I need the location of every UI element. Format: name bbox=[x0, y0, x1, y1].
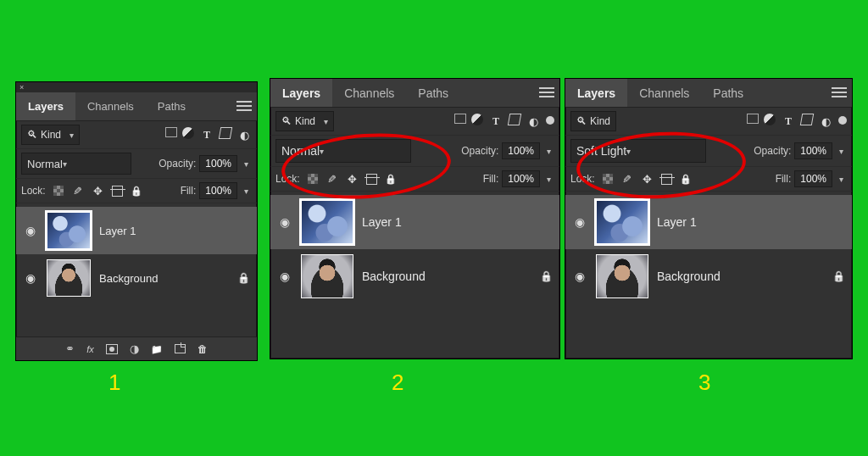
filter-pixel-icon[interactable] bbox=[165, 127, 177, 137]
lock-pixels-icon[interactable] bbox=[620, 172, 634, 186]
lock-pixels-icon[interactable] bbox=[326, 172, 339, 186]
filter-type-icon[interactable] bbox=[488, 114, 504, 129]
lock-all-icon[interactable] bbox=[384, 172, 398, 186]
layer-name[interactable]: Background bbox=[657, 270, 824, 283]
blend-row: Normal Opacity: 100% ▾ bbox=[270, 136, 559, 167]
fill-value[interactable]: 100% bbox=[502, 170, 540, 187]
layer-thumbnail[interactable] bbox=[301, 200, 353, 244]
lock-artboard-icon[interactable] bbox=[112, 186, 123, 197]
layer-row-layer1[interactable]: Layer 1 bbox=[565, 195, 852, 249]
filter-kind-select[interactable]: 🔍︎ Kind bbox=[570, 111, 616, 131]
visibility-icon[interactable] bbox=[572, 270, 587, 283]
filter-toggle-icon[interactable] bbox=[546, 116, 554, 125]
tab-paths[interactable]: Paths bbox=[406, 79, 460, 107]
filter-type-icons bbox=[747, 114, 847, 129]
new-group-icon[interactable] bbox=[151, 342, 163, 355]
layer-name[interactable]: Layer 1 bbox=[99, 225, 250, 237]
opacity-value[interactable]: 100% bbox=[502, 142, 540, 159]
filter-adjust-icon[interactable] bbox=[182, 127, 194, 139]
layer-name[interactable]: Background bbox=[362, 270, 531, 283]
opacity-dropdown-icon[interactable]: ▾ bbox=[836, 147, 847, 156]
lock-artboard-icon[interactable] bbox=[661, 174, 672, 185]
delete-layer-icon[interactable] bbox=[198, 342, 208, 355]
filter-toggle-icon[interactable] bbox=[838, 116, 847, 125]
filter-shape-icon[interactable] bbox=[800, 114, 814, 125]
filter-type-icon[interactable] bbox=[781, 114, 796, 129]
new-layer-icon[interactable] bbox=[175, 344, 186, 353]
filter-smart-icon[interactable] bbox=[526, 114, 541, 129]
opacity-value[interactable]: 100% bbox=[794, 142, 832, 159]
layer-row-background[interactable]: Background bbox=[565, 249, 852, 303]
fill-dropdown-icon[interactable]: ▾ bbox=[543, 175, 554, 184]
filter-pixel-icon[interactable] bbox=[747, 114, 759, 124]
visibility-icon[interactable] bbox=[23, 271, 38, 285]
lock-icons bbox=[307, 172, 398, 186]
filter-kind-select[interactable]: 🔍︎ Kind bbox=[275, 111, 334, 131]
adjustment-layer-icon[interactable] bbox=[130, 342, 139, 355]
fill-dropdown-icon[interactable]: ▾ bbox=[241, 186, 252, 196]
visibility-icon[interactable] bbox=[277, 270, 292, 283]
lock-position-icon[interactable] bbox=[92, 184, 105, 197]
link-layers-icon[interactable] bbox=[65, 342, 75, 355]
layer-row-layer1[interactable]: Layer 1 bbox=[16, 207, 257, 254]
layer-name[interactable]: Background bbox=[99, 272, 229, 285]
fill-value[interactable]: 100% bbox=[794, 170, 832, 187]
panel-close-strip[interactable]: × bbox=[16, 82, 257, 92]
visibility-icon[interactable] bbox=[23, 224, 38, 237]
opacity-value[interactable]: 100% bbox=[199, 155, 237, 172]
layer-row-background[interactable]: Background bbox=[16, 254, 257, 302]
visibility-icon[interactable] bbox=[277, 215, 292, 229]
tab-layers[interactable]: Layers bbox=[565, 79, 627, 107]
filter-shape-icon[interactable] bbox=[508, 114, 521, 125]
lock-all-icon[interactable] bbox=[130, 184, 143, 197]
panel-menu-icon[interactable] bbox=[539, 86, 554, 99]
layer-row-layer1[interactable]: Layer 1 bbox=[270, 195, 559, 249]
visibility-icon[interactable] bbox=[572, 215, 587, 229]
fill-dropdown-icon[interactable]: ▾ bbox=[836, 175, 847, 184]
lock-transparency-icon[interactable] bbox=[53, 185, 64, 197]
tab-channels[interactable]: Channels bbox=[332, 79, 406, 107]
filter-smart-icon[interactable] bbox=[818, 114, 833, 129]
opacity-dropdown-icon[interactable]: ▾ bbox=[543, 147, 554, 156]
layer-name[interactable]: Layer 1 bbox=[362, 215, 553, 229]
layer-thumbnail[interactable] bbox=[47, 212, 91, 249]
blend-mode-select[interactable]: Normal bbox=[21, 153, 131, 175]
filter-adjust-icon[interactable] bbox=[764, 114, 776, 125]
filter-smart-icon[interactable] bbox=[236, 127, 252, 142]
lock-artboard-icon[interactable] bbox=[366, 174, 377, 185]
layer-fx-icon[interactable] bbox=[86, 342, 94, 355]
panel-menu-icon[interactable] bbox=[236, 99, 252, 113]
filter-pixel-icon[interactable] bbox=[454, 114, 466, 124]
filter-row: 🔍︎ Kind bbox=[16, 121, 257, 149]
lock-transparency-icon[interactable] bbox=[307, 173, 319, 185]
filter-type-icon[interactable] bbox=[199, 127, 214, 142]
layer-thumbnail[interactable] bbox=[596, 200, 648, 244]
lock-transparency-icon[interactable] bbox=[602, 173, 614, 185]
step-label-2: 2 bbox=[392, 370, 403, 396]
panel-menu-icon[interactable] bbox=[832, 86, 847, 99]
tab-paths[interactable]: Paths bbox=[146, 92, 198, 120]
tab-paths[interactable]: Paths bbox=[701, 79, 755, 107]
filter-kind-select[interactable]: 🔍︎ Kind bbox=[21, 125, 80, 145]
add-mask-icon[interactable] bbox=[106, 344, 118, 354]
lock-position-icon[interactable] bbox=[641, 172, 654, 186]
blend-mode-select[interactable]: Soft Light bbox=[570, 139, 706, 163]
fill-value[interactable]: 100% bbox=[199, 182, 237, 199]
opacity-dropdown-icon[interactable]: ▾ bbox=[241, 159, 252, 169]
layer-thumbnail[interactable] bbox=[301, 254, 353, 298]
layer-thumbnail[interactable] bbox=[47, 259, 91, 297]
layer-thumbnail[interactable] bbox=[596, 254, 648, 298]
filter-shape-icon[interactable] bbox=[219, 127, 232, 139]
tab-channels[interactable]: Channels bbox=[75, 92, 146, 120]
lock-pixels-icon[interactable] bbox=[71, 184, 85, 197]
tab-channels[interactable]: Channels bbox=[627, 79, 701, 107]
lock-position-icon[interactable] bbox=[346, 172, 359, 186]
tab-layers[interactable]: Layers bbox=[16, 92, 75, 120]
opacity-label: Opacity: bbox=[461, 145, 498, 157]
blend-mode-select[interactable]: Normal bbox=[275, 139, 411, 163]
lock-all-icon[interactable] bbox=[679, 172, 693, 186]
tab-layers[interactable]: Layers bbox=[270, 79, 332, 107]
layer-name[interactable]: Layer 1 bbox=[657, 215, 845, 229]
layer-row-background[interactable]: Background bbox=[270, 249, 559, 303]
filter-adjust-icon[interactable] bbox=[471, 114, 483, 125]
